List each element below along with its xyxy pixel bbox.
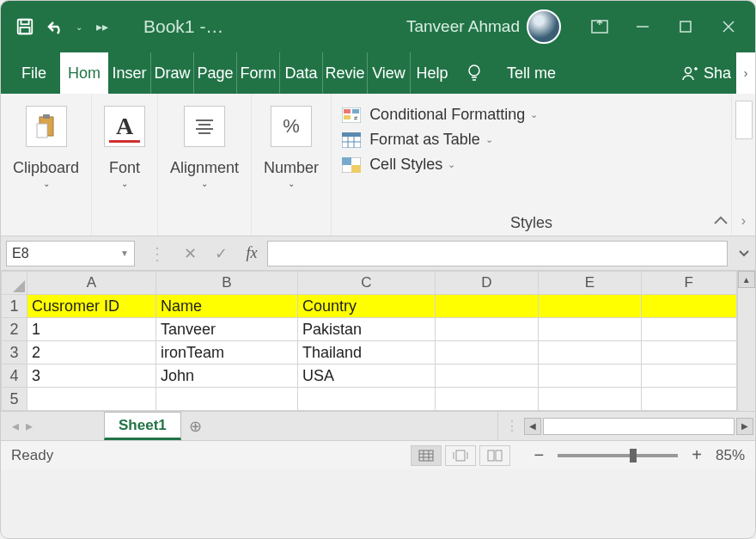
font-dropdown[interactable]: ⌄ (121, 179, 128, 188)
cell-e3[interactable] (539, 341, 642, 364)
cell-f2[interactable] (642, 318, 737, 341)
cell-styles-button[interactable]: Cell Styles ⌄ (340, 152, 722, 177)
tab-draw[interactable]: Draw (151, 52, 194, 94)
tab-review[interactable]: Revie (323, 52, 368, 94)
cell-b3[interactable]: ironTeam (156, 341, 298, 364)
horizontal-scrollbar[interactable]: ⋮ ◀ ▶ (497, 412, 755, 440)
cell-c4[interactable]: USA (298, 364, 436, 388)
cell-d4[interactable] (436, 364, 539, 388)
cell-b5[interactable] (156, 388, 298, 411)
cell-b4[interactable]: John (156, 364, 298, 388)
col-header-c[interactable]: C (298, 272, 436, 295)
name-box-dropdown-icon[interactable]: ▼ (120, 248, 129, 258)
view-page-break-button[interactable] (479, 445, 510, 466)
cell-b1[interactable]: Name (156, 295, 298, 318)
quick-access-more[interactable]: ▸▸ (87, 11, 118, 42)
tell-me[interactable]: Tell me (495, 52, 568, 94)
expand-formula-bar-button[interactable] (733, 241, 755, 266)
cell-e2[interactable] (539, 318, 642, 341)
cell-e4[interactable] (539, 364, 642, 388)
alignment-dropdown[interactable]: ⌄ (201, 179, 208, 188)
hscroll-right[interactable]: ▶ (736, 418, 753, 435)
zoom-slider[interactable] (558, 454, 678, 457)
cell-a2[interactable]: 1 (27, 318, 156, 341)
cell-c5[interactable] (298, 388, 436, 411)
ribbon-display-options[interactable] (578, 9, 621, 44)
add-sheet-button[interactable]: ⊕ (181, 412, 210, 440)
cell-f4[interactable] (642, 364, 737, 388)
col-header-f[interactable]: F (642, 272, 737, 295)
collapse-ribbon-button[interactable] (712, 215, 729, 230)
view-normal-button[interactable] (411, 445, 442, 466)
zoom-in-button[interactable]: + (686, 445, 707, 465)
undo-button[interactable] (40, 11, 71, 42)
tab-help[interactable]: Help (411, 52, 454, 94)
view-page-layout-button[interactable] (445, 445, 476, 466)
cancel-formula-button[interactable]: ✕ (174, 241, 205, 266)
cell-b2[interactable]: Tanveer (156, 318, 298, 341)
formula-input[interactable] (267, 241, 728, 266)
conditional-formatting-button[interactable]: ≠ Conditional Formatting ⌄ (340, 102, 722, 127)
cell-c1[interactable]: Country (298, 295, 436, 318)
select-all-corner[interactable] (2, 272, 27, 295)
number-icon[interactable]: % (271, 106, 312, 147)
hscroll-track[interactable] (543, 418, 735, 435)
zoom-level[interactable]: 85% (716, 447, 745, 464)
formula-bar-grip[interactable]: ⋮ (140, 243, 174, 264)
col-header-e[interactable]: E (539, 272, 642, 295)
scroll-up-button[interactable]: ▲ (738, 271, 755, 288)
tab-data[interactable]: Data (280, 52, 323, 94)
row-header-5[interactable]: 5 (2, 388, 27, 411)
cell-a1[interactable]: Cusromer ID (27, 295, 156, 318)
tab-insert[interactable]: Inser (108, 52, 151, 94)
gallery-scroll-up[interactable] (735, 101, 753, 139)
user-name[interactable]: Tanveer Ahmad (406, 17, 520, 36)
enter-formula-button[interactable]: ✓ (205, 241, 236, 266)
avatar[interactable] (527, 9, 561, 44)
tab-formulas[interactable]: Form (237, 52, 280, 94)
font-icon[interactable]: A (104, 106, 145, 147)
tab-page-layout[interactable]: Page (194, 52, 237, 94)
gallery-more[interactable]: › (741, 213, 746, 229)
tab-view[interactable]: View (368, 52, 411, 94)
cell-f1[interactable] (642, 295, 737, 318)
cell-d5[interactable] (436, 388, 539, 411)
close-button[interactable] (707, 9, 750, 44)
cell-c2[interactable]: Pakistan (298, 318, 436, 341)
clipboard-dropdown[interactable]: ⌄ (43, 179, 50, 188)
cell-a4[interactable]: 3 (27, 364, 156, 388)
cell-a3[interactable]: 2 (27, 341, 156, 364)
cell-d1[interactable] (436, 295, 539, 318)
cell-e1[interactable] (539, 295, 642, 318)
col-header-a[interactable]: A (27, 272, 156, 295)
format-as-table-button[interactable]: Format as Table ⌄ (340, 127, 722, 152)
cell-a5[interactable] (27, 388, 156, 411)
cell-d3[interactable] (436, 341, 539, 364)
undo-dropdown[interactable]: ⌄ (71, 11, 87, 42)
maximize-button[interactable] (664, 9, 707, 44)
sheet-tab-sheet1[interactable]: Sheet1 (104, 412, 181, 440)
cell-f3[interactable] (642, 341, 737, 364)
tell-me-icon[interactable] (454, 52, 495, 94)
number-dropdown[interactable]: ⌄ (288, 179, 295, 188)
save-button[interactable] (9, 11, 40, 42)
row-header-2[interactable]: 2 (2, 318, 27, 341)
hscroll-grip[interactable]: ⋮ (500, 418, 524, 434)
tab-file[interactable]: File (16, 52, 60, 94)
vertical-scrollbar[interactable]: ▲ (737, 271, 755, 411)
cell-f5[interactable] (642, 388, 737, 411)
share-button[interactable]: Sha (673, 52, 736, 94)
row-header-1[interactable]: 1 (2, 295, 27, 318)
alignment-icon[interactable] (184, 106, 225, 147)
zoom-slider-thumb[interactable] (630, 449, 637, 462)
zoom-out-button[interactable]: − (529, 445, 550, 465)
cell-d2[interactable] (436, 318, 539, 341)
hscroll-left[interactable]: ◀ (524, 418, 541, 435)
row-header-3[interactable]: 3 (2, 341, 27, 364)
tab-home[interactable]: Hom (60, 52, 108, 94)
row-header-4[interactable]: 4 (2, 364, 27, 388)
col-header-b[interactable]: B (156, 272, 298, 295)
cell-c3[interactable]: Thailand (298, 341, 436, 364)
cell-e5[interactable] (539, 388, 642, 411)
insert-function-button[interactable]: fx (236, 241, 267, 266)
